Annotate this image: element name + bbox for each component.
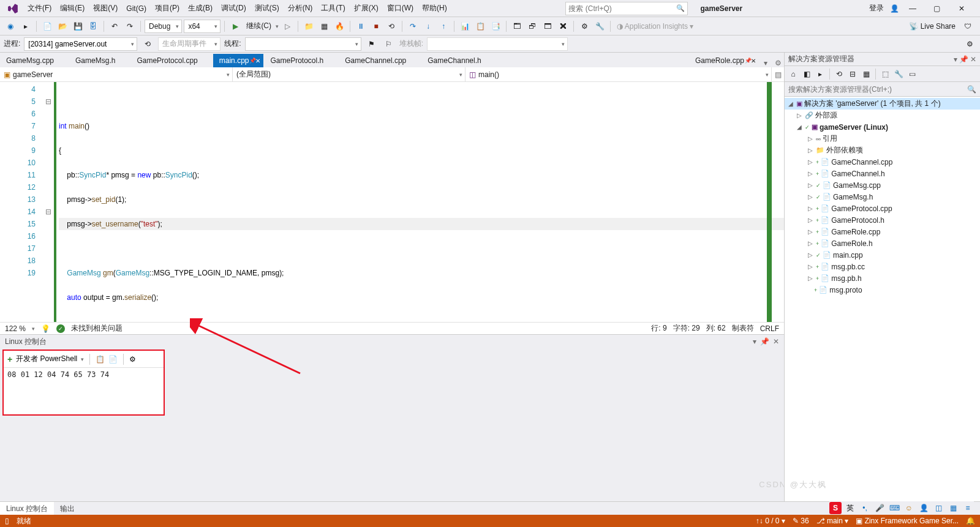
ime-user-icon[interactable]: 👤	[918, 502, 930, 514]
tree-solution[interactable]: ◢▣解决方案 'gameServer' (1 个项目, 共 1 个)	[785, 98, 980, 110]
tree-file[interactable]: ▷+📄msg.pb.cc	[785, 261, 980, 272]
sync-icon[interactable]: ⟲	[833, 68, 845, 80]
tab-linux-console[interactable]: Linux 控制台	[0, 502, 54, 515]
menu-help[interactable]: 帮助(H)	[418, 1, 451, 16]
close-icon[interactable]: ✕	[773, 337, 779, 346]
tabs-indicator[interactable]: 制表符	[732, 323, 754, 334]
maximize-button[interactable]: ▢	[926, 2, 948, 15]
ime-punct-icon[interactable]: •,	[859, 502, 871, 514]
save-icon[interactable]: 💾	[71, 20, 85, 33]
menu-test[interactable]: 测试(S)	[251, 1, 284, 16]
tab-gameprotocol-h[interactable]: GameProtocol.h	[264, 54, 338, 67]
platform-dropdown[interactable]: x64	[184, 20, 221, 33]
outline-column[interactable]: ⊟⊟	[43, 82, 54, 322]
menu-view[interactable]: 视图(V)	[89, 1, 122, 16]
dropdown-icon[interactable]: ▾	[753, 337, 756, 346]
toggle-icon[interactable]: ▸	[814, 68, 826, 80]
solution-tree[interactable]: ◢▣解决方案 'gameServer' (1 个项目, 共 1 个) ▷🔗外部源…	[785, 97, 980, 503]
ime-keyboard-icon[interactable]: ⌨	[888, 502, 900, 514]
user-icon[interactable]: 👤	[890, 4, 899, 13]
process-dropdown[interactable]: [20314] gameServer.out	[24, 37, 137, 51]
tree-file[interactable]: ▷+📄msg.pb.h	[785, 272, 980, 284]
tree-ext-source[interactable]: ▷🔗外部源	[785, 110, 980, 121]
pin-icon[interactable]: 📌	[760, 337, 769, 346]
nav-file-dropdown[interactable]: (全局范围)	[233, 67, 466, 81]
hot-reload-icon[interactable]: 🔥	[333, 20, 346, 33]
tab-gameprotocol-cpp[interactable]: GameProtocol.cpp	[130, 54, 212, 67]
console-output[interactable]: 08 01 12 04 74 65 73 74	[4, 368, 164, 381]
line-indicator[interactable]: 行: 9	[651, 323, 666, 334]
col-indicator[interactable]: 列: 62	[706, 323, 726, 334]
menu-extensions[interactable]: 扩展(X)	[350, 1, 383, 16]
menu-file[interactable]: 文件(F)	[23, 1, 56, 16]
tab-gamemsg-h[interactable]: GameMsg.h	[69, 54, 130, 67]
tb-icon-8[interactable]: ⚙	[578, 20, 591, 33]
menu-debug[interactable]: 调试(D)	[217, 1, 251, 16]
tb-icon-7[interactable]: 🗙	[556, 20, 570, 33]
tb-icon-6[interactable]: 🗖	[541, 20, 554, 33]
tree-file[interactable]: ▷✓📄GameMsg.cpp	[785, 179, 980, 191]
git-pending[interactable]: ✎ 36	[793, 517, 809, 525]
nav-scope-dropdown[interactable]: ▣gameServer	[0, 67, 233, 81]
zoom-level[interactable]: 122 %	[5, 324, 26, 333]
toolbar-overflow-icon[interactable]: ⚙	[963, 37, 976, 51]
app-insights-label[interactable]: ◑ Application Insights ▾	[614, 22, 696, 31]
menu-window[interactable]: 窗口(W)	[383, 1, 418, 16]
undo-icon[interactable]: ↶	[108, 20, 121, 33]
menu-build[interactable]: 生成(B)	[184, 1, 217, 16]
close-window-button[interactable]: ✕	[951, 2, 973, 15]
ime-tool-icon[interactable]: ▦	[947, 502, 959, 514]
tree-file[interactable]: ▷+📄GameRole.cpp	[785, 226, 980, 237]
preview-icon[interactable]: ▭	[906, 68, 918, 80]
plus-icon[interactable]: +	[7, 354, 12, 364]
play-icon[interactable]: ▶	[228, 20, 242, 33]
close-icon[interactable]: ✕	[254, 58, 262, 64]
dropdown-icon[interactable]: ▾	[954, 55, 957, 64]
tb-icon-5[interactable]: 🗗	[526, 20, 539, 33]
new-project-icon[interactable]: 📄	[40, 20, 54, 33]
grid-icon[interactable]: ▦	[317, 20, 331, 33]
admin-icon[interactable]: 🛡	[964, 22, 971, 31]
git-repo[interactable]: ▣ Zinx Framework Game Ser...	[856, 517, 959, 525]
char-indicator[interactable]: 字符: 29	[673, 323, 700, 334]
tree-project[interactable]: ◢✓▣gameServer (Linux)	[785, 121, 980, 133]
stop-icon[interactable]: ■	[369, 20, 383, 33]
nav-func-dropdown[interactable]: ◫main()	[466, 67, 772, 81]
cycle-icon[interactable]: ⟲	[141, 37, 154, 51]
collapse-icon[interactable]: ⊟	[846, 68, 859, 80]
tab-gamechannel-h[interactable]: GameChannel.h	[421, 54, 496, 67]
menu-git[interactable]: Git(G)	[122, 2, 151, 15]
tb-icon-4[interactable]: 🗔	[510, 20, 524, 33]
redo-icon[interactable]: ↷	[123, 20, 137, 33]
tab-dropdown-icon[interactable]: ▾	[760, 59, 772, 67]
tb-icon-1[interactable]: 📊	[458, 20, 472, 33]
tab-gamerole-cpp[interactable]: GameRole.cpp📌✕	[689, 54, 759, 67]
tree-file[interactable]: ▷+📄GameRole.h	[785, 237, 980, 249]
tree-file[interactable]: ▷+📄GameProtocol.h	[785, 214, 980, 226]
copy-icon[interactable]: 📋	[96, 355, 105, 364]
ime-skin-icon[interactable]: ◫	[932, 502, 944, 514]
code-content[interactable]: int main() { pb::SyncPid* pmsg = new pb:…	[54, 82, 784, 322]
bell-icon[interactable]: 🔔	[966, 517, 975, 525]
pin-icon[interactable]: 📌	[959, 55, 968, 64]
tab-gamechannel-cpp[interactable]: GameChannel.cpp	[339, 54, 421, 67]
tb-icon-2[interactable]: 📋	[473, 20, 487, 33]
gear-icon[interactable]: ⚙	[129, 355, 136, 364]
menu-tools[interactable]: 工具(T)	[317, 1, 349, 16]
search-input[interactable]	[568, 4, 676, 13]
tb-icon-9[interactable]: 🔧	[593, 20, 606, 33]
home-icon[interactable]: ⌂	[787, 68, 799, 80]
sln-icon[interactable]: ◧	[801, 68, 813, 80]
config-dropdown[interactable]: Debug	[145, 20, 182, 33]
lineendings-indicator[interactable]: CRLF	[760, 324, 779, 333]
no-debug-icon[interactable]: ▷	[281, 20, 294, 33]
wrench-icon[interactable]: 🔧	[892, 68, 905, 80]
sogou-icon[interactable]: S	[829, 502, 842, 514]
flag-icon[interactable]: ⚑	[365, 37, 379, 51]
sidebar-search-input[interactable]	[788, 85, 967, 94]
save-all-icon[interactable]: 🗄	[86, 20, 100, 33]
hint-icon[interactable]: 💡	[41, 324, 50, 333]
tab-output[interactable]: 输出	[54, 502, 81, 515]
tb-icon-3[interactable]: 📑	[489, 20, 502, 33]
step-out-icon[interactable]: ↑	[437, 20, 450, 33]
